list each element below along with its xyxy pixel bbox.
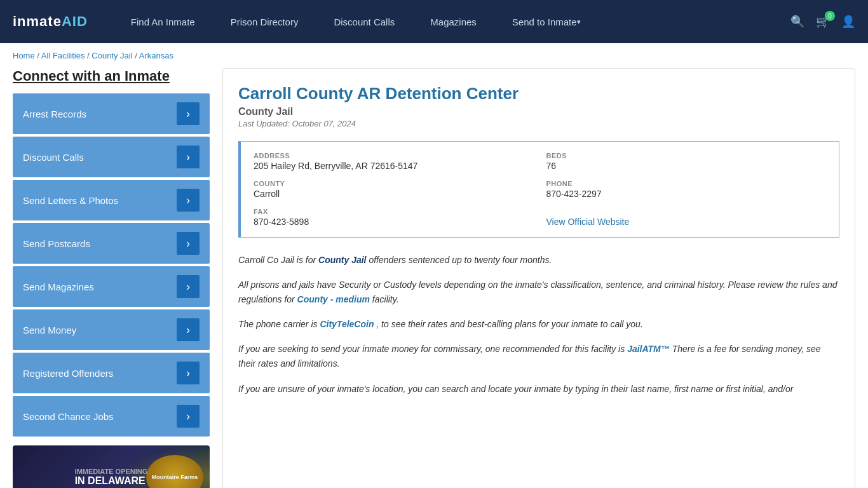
sidebar-item-second-chance-jobs[interactable]: Second Chance Jobs › (13, 396, 210, 437)
sidebar-item-send-magazines[interactable]: Send Magazines › (13, 266, 210, 307)
fax-field: FAX 870-423-5898 (254, 208, 534, 227)
chevron-right-icon: › (177, 275, 200, 298)
nav-magazines[interactable]: Magazines (412, 0, 494, 43)
chevron-right-icon: › (177, 102, 200, 125)
sidebar-item-label: Arrest Records (23, 109, 86, 119)
breadcrumb-all-facilities[interactable]: All Facilities (41, 51, 85, 60)
fax-value: 870-423-5898 (254, 217, 534, 227)
chevron-right-icon: › (177, 405, 200, 428)
chevron-right-icon: › (177, 146, 200, 168)
citytelecoin-link[interactable]: CityTeleCoin (320, 319, 374, 329)
main-nav: Find An Inmate Prison Directory Discount… (113, 0, 790, 43)
desc-text: If you are seeking to send your inmate m… (238, 344, 627, 354)
fax-label: FAX (254, 208, 534, 215)
sidebar-item-label: Send Magazines (23, 281, 94, 292)
phone-label: PHONE (546, 180, 827, 187)
sidebar-item-label: Discount Calls (23, 152, 84, 163)
ad-line1: IMMEDIATE OPENING (75, 468, 148, 475)
facility-title: Carroll County AR Detention Center (238, 84, 839, 104)
site-logo[interactable]: inmateAID (13, 13, 88, 30)
user-icon[interactable]: 👤 (841, 15, 855, 29)
phone-value: 870-423-2297 (546, 189, 827, 199)
logo-text: inmateAID (13, 13, 88, 30)
nav-find-inmate[interactable]: Find An Inmate (113, 0, 213, 43)
county-medium-link[interactable]: County - medium (297, 294, 370, 304)
desc-paragraph-4: If you are seeking to send your inmate m… (238, 342, 839, 371)
desc-text: Carroll Co Jail is for (238, 255, 318, 265)
desc-paragraph-3: The phone carrier is CityTeleCoin , to s… (238, 317, 839, 332)
county-field: COUNTY Carroll (254, 180, 534, 199)
breadcrumb-home[interactable]: Home (13, 51, 35, 60)
jailatm-link[interactable]: JailATM™ (627, 344, 670, 354)
desc-paragraph-1: Carroll Co Jail is for County Jail offen… (238, 253, 839, 268)
facility-type: County Jail (238, 106, 839, 118)
sidebar-item-label: Send Letters & Photos (23, 195, 118, 206)
county-label: COUNTY (254, 180, 534, 187)
sidebar-item-arrest-records[interactable]: Arrest Records › (13, 93, 210, 134)
sidebar: Connect with an Inmate Arrest Records › … (13, 68, 210, 488)
breadcrumb-arkansas[interactable]: Arkansas (139, 51, 173, 60)
beds-value: 76 (546, 161, 827, 171)
desc-text: , to see their rates and best-calling pl… (376, 319, 642, 329)
desc-paragraph-2: All prisons and jails have Security or C… (238, 278, 839, 307)
sidebar-item-send-postcards[interactable]: Send Postcards › (13, 223, 210, 264)
beds-field: BEDS 76 (546, 152, 827, 171)
website-field: WEBSITE View Official Website (546, 208, 827, 227)
chevron-right-icon: › (177, 362, 200, 384)
header-icons: 🔍 🛒 0 👤 (790, 15, 855, 29)
sidebar-menu: Arrest Records › Discount Calls › Send L… (13, 93, 210, 437)
sidebar-item-label: Registered Offenders (23, 368, 113, 379)
sidebar-item-label: Send Money (23, 325, 76, 336)
facility-last-updated: Last Updated: October 07, 2024 (238, 119, 839, 128)
sidebar-item-label: Second Chance Jobs (23, 411, 114, 422)
facility-content: Carroll County AR Detention Center Count… (222, 68, 855, 488)
sidebar-advertisement[interactable]: IMMEDIATE OPENING IN DELAWARE Mountaire … (13, 445, 210, 488)
facility-info-box: ADDRESS 205 Hailey Rd, Berryville, AR 72… (238, 141, 839, 238)
desc-text: facility. (372, 294, 399, 304)
sidebar-item-send-letters[interactable]: Send Letters & Photos › (13, 180, 210, 220)
official-website-link[interactable]: View Official Website (546, 217, 630, 227)
sidebar-title: Connect with an Inmate (13, 68, 210, 85)
cart-icon[interactable]: 🛒 0 (816, 15, 830, 29)
sidebar-item-discount-calls[interactable]: Discount Calls › (13, 137, 210, 177)
address-value: 205 Hailey Rd, Berryville, AR 72616-5147 (254, 161, 534, 171)
chevron-right-icon: › (177, 232, 200, 255)
chevron-right-icon: › (177, 189, 200, 212)
ad-text: IMMEDIATE OPENING IN DELAWARE (69, 461, 154, 488)
desc-text: offenders sentenced up to twenty four mo… (369, 255, 552, 265)
county-value: Carroll (254, 189, 534, 199)
ad-line2: IN DELAWARE (75, 475, 148, 487)
sidebar-item-send-money[interactable]: Send Money › (13, 309, 210, 350)
desc-paragraph-5: If you are unsure of your inmate's locat… (238, 382, 839, 396)
nav-discount-calls[interactable]: Discount Calls (316, 0, 412, 43)
beds-label: BEDS (546, 152, 827, 159)
nav-send-to-inmate[interactable]: Send to Inmate (494, 0, 599, 43)
main-layout: Connect with an Inmate Arrest Records › … (0, 68, 868, 488)
nav-prison-directory[interactable]: Prison Directory (213, 0, 316, 43)
phone-field: PHONE 870-423-2297 (546, 180, 827, 199)
cart-badge: 0 (825, 11, 835, 21)
chevron-right-icon: › (177, 318, 200, 341)
site-header: inmateAID Find An Inmate Prison Director… (0, 0, 868, 43)
sidebar-item-registered-offenders[interactable]: Registered Offenders › (13, 353, 210, 393)
search-icon[interactable]: 🔍 (790, 15, 804, 29)
breadcrumb: Home / All Facilities / County Jail / Ar… (0, 43, 868, 68)
address-field: ADDRESS 205 Hailey Rd, Berryville, AR 72… (254, 152, 534, 171)
desc-text: The phone carrier is (238, 319, 320, 329)
breadcrumb-county-jail[interactable]: County Jail (92, 51, 132, 60)
address-label: ADDRESS (254, 152, 534, 159)
county-jail-highlight: County Jail (318, 255, 366, 265)
sidebar-item-label: Send Postcards (23, 238, 90, 249)
desc-text: If you are unsure of your inmate's locat… (238, 384, 793, 394)
